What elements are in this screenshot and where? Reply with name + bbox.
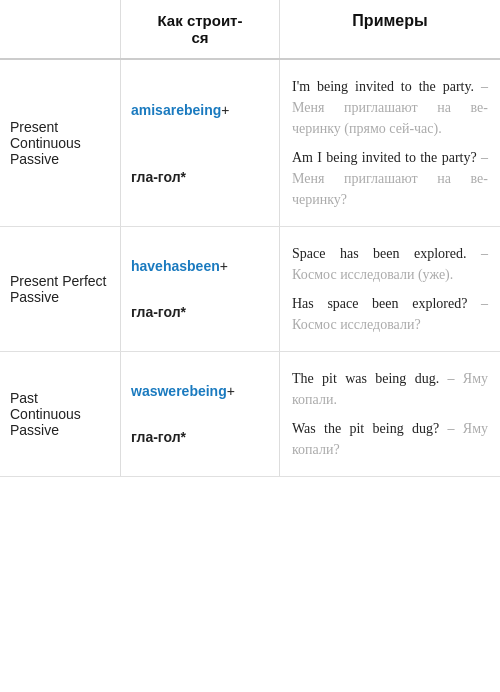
header-examples: Примеры	[280, 0, 500, 58]
example-english: The pit was being dug.	[292, 371, 439, 386]
example-sentence: Am I being invited to the party? – Меня …	[292, 147, 488, 210]
example-separator: –	[467, 296, 488, 311]
example-russian: Меня приглашают на ве-черинку?	[292, 171, 488, 207]
examples-cell: I'm being invited to the party. – Меня п…	[280, 60, 500, 226]
example-russian: Космос исследовали (уже).	[292, 267, 453, 282]
example-sentence: The pit was being dug. – Яму копали.	[292, 368, 488, 410]
structure-plus: +	[221, 102, 229, 118]
structure-plus: +	[227, 383, 235, 399]
example-separator: –	[477, 150, 488, 165]
example-sentence: Has space been explored? – Космос исслед…	[292, 293, 488, 335]
structure-word: been	[187, 258, 220, 274]
structure-verb: гла-гол*	[131, 304, 186, 320]
example-separator: –	[474, 79, 488, 94]
example-sentence: Was the pit being dug? – Яму копали?	[292, 418, 488, 460]
structure-word: is	[151, 102, 163, 118]
structure-word: was	[131, 383, 157, 399]
structure-word: am	[131, 102, 151, 118]
example-russian: Космос исследовали?	[292, 317, 421, 332]
header-tense	[0, 0, 120, 58]
structure-word: being	[189, 383, 226, 399]
example-russian: Меня приглашают на ве-черинку (прямо сей…	[292, 100, 488, 136]
table-row: Present Continuous Passiveam is arebeing…	[0, 60, 500, 227]
tense-label: Present Continuous Passive	[0, 60, 120, 226]
example-english: Space has been explored.	[292, 246, 467, 261]
table-row: Present Perfect Passivehave hasbeen + гл…	[0, 227, 500, 352]
table-row: Past Continuous Passivewas werebeing + г…	[0, 352, 500, 477]
tense-label: Present Perfect Passive	[0, 227, 120, 351]
examples-cell: Space has been explored. – Космос исслед…	[280, 227, 500, 351]
example-sentence: I'm being invited to the party. – Меня п…	[292, 76, 488, 139]
example-english: Has space been explored?	[292, 296, 467, 311]
structure-plus: +	[220, 258, 228, 274]
examples-cell: The pit was being dug. – Яму копали.Was …	[280, 352, 500, 476]
example-english: Was the pit being dug?	[292, 421, 439, 436]
structure-formula: am is arebeing + гла-гол*	[120, 60, 280, 226]
example-sentence: Space has been explored. – Космос исслед…	[292, 243, 488, 285]
example-english: Am I being invited to the party?	[292, 150, 477, 165]
header-structure: Как строит-ся	[120, 0, 280, 58]
structure-word: were	[157, 383, 189, 399]
structure-word: are	[163, 102, 184, 118]
example-separator: –	[467, 246, 489, 261]
structure-formula: have hasbeen + гла-гол*	[120, 227, 280, 351]
example-separator: –	[439, 371, 463, 386]
structure-formula: was werebeing + гла-гол*	[120, 352, 280, 476]
structure-word: have	[131, 258, 163, 274]
structure-word: has	[163, 258, 187, 274]
structure-verb: гла-гол*	[131, 429, 186, 445]
example-english: I'm being invited to the party.	[292, 79, 474, 94]
tense-label: Past Continuous Passive	[0, 352, 120, 476]
example-separator: –	[439, 421, 463, 436]
structure-word: being	[184, 102, 221, 118]
structure-verb: гла-гол*	[131, 169, 186, 185]
